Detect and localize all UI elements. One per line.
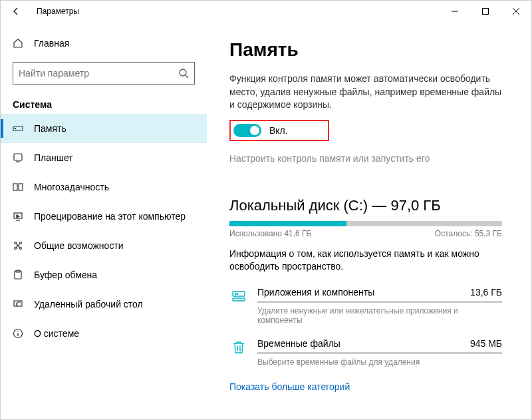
storage-sense-desc: Функция контроля памяти может автоматиче…	[229, 73, 509, 112]
projecting-icon	[11, 211, 25, 222]
search-input[interactable]	[19, 68, 178, 79]
svg-rect-24	[233, 298, 245, 301]
category-hint: Удалите ненужные или нежелательные прило…	[257, 306, 502, 325]
configure-storage-sense-link[interactable]: Настроить контроль памяти или запустить …	[229, 153, 515, 164]
sidebar-item-label: Память	[34, 123, 66, 134]
window-title: Параметры	[37, 7, 79, 16]
sidebar-item-label: Планшет	[34, 152, 73, 163]
sidebar-item-storage[interactable]: Память	[1, 114, 207, 143]
storage-icon	[11, 123, 25, 134]
sidebar-item-label: Проецирование на этот компьютер	[34, 211, 186, 222]
svg-rect-8	[14, 154, 22, 160]
svg-point-25	[235, 294, 236, 295]
category-size: 13,6 ГБ	[470, 287, 502, 298]
storage-sense-toggle-highlight: Вкл.	[229, 120, 329, 141]
sidebar-item-label: Буфер обмена	[34, 270, 97, 280]
search-box[interactable]	[13, 62, 195, 85]
storage-sense-toggle[interactable]	[233, 124, 261, 137]
sidebar-item-about[interactable]: О системе	[1, 319, 207, 348]
disk-usage-bar	[229, 221, 502, 226]
search-icon	[178, 68, 189, 79]
home-label: Главная	[34, 38, 69, 49]
sidebar-item-label: О системе	[34, 328, 79, 339]
svg-rect-1	[483, 9, 489, 15]
sidebar-item-label: Многозадачность	[34, 182, 109, 192]
section-title: Система	[13, 99, 195, 110]
category-apps[interactable]: Приложения и компоненты 13,6 ГБ Удалите …	[229, 287, 502, 325]
disk-usage-fill	[229, 221, 346, 226]
sidebar-item-label: Общие возможности	[34, 240, 124, 251]
svg-rect-10	[13, 184, 17, 190]
category-size: 945 МБ	[470, 338, 502, 349]
shared-icon	[11, 240, 25, 251]
svg-rect-19	[14, 301, 22, 306]
svg-point-26	[237, 294, 238, 295]
category-bar	[257, 352, 502, 354]
sidebar: Главная Система Память Планшет Многозада…	[1, 22, 207, 419]
clipboard-icon	[11, 270, 25, 280]
category-hint: Выберите временные файлы для удаления	[257, 357, 502, 367]
category-bar	[257, 301, 502, 303]
titlebar: Параметры	[1, 1, 531, 22]
maximize-button[interactable]	[470, 1, 501, 22]
apps-icon	[229, 287, 248, 306]
sidebar-item-projecting[interactable]: Проецирование на этот компьютер	[1, 202, 207, 231]
sidebar-item-remote-desktop[interactable]: Удаленный рабочий стол	[1, 290, 207, 319]
remote-desktop-icon	[11, 299, 25, 310]
trash-icon	[229, 338, 248, 357]
close-button[interactable]	[501, 1, 531, 22]
category-name: Временные файлы	[257, 338, 340, 349]
page-title: Память	[229, 39, 515, 61]
sidebar-item-clipboard[interactable]: Буфер обмена	[1, 260, 207, 290]
main-panel: Память Функция контроля памяти может авт…	[207, 22, 531, 419]
svg-line-5	[186, 75, 188, 78]
about-icon	[11, 328, 25, 339]
category-name: Приложения и компоненты	[257, 287, 374, 298]
back-button[interactable]	[10, 5, 22, 17]
home-nav[interactable]: Главная	[1, 34, 207, 53]
svg-rect-11	[19, 184, 23, 190]
minimize-button[interactable]	[440, 1, 470, 22]
disk-used-label: Использовано 41,6 ГБ	[229, 229, 311, 238]
svg-point-4	[180, 69, 186, 76]
sidebar-item-label: Удаленный рабочий стол	[34, 299, 143, 310]
multitasking-icon	[11, 182, 25, 192]
category-temp[interactable]: Временные файлы 945 МБ Выберите временны…	[229, 338, 502, 367]
disk-title: Локальный диск (C:) — 97,0 ГБ	[229, 197, 515, 214]
sidebar-item-shared[interactable]: Общие возможности	[1, 231, 207, 260]
sidebar-item-tablet[interactable]: Планшет	[1, 143, 207, 172]
tablet-icon	[11, 152, 25, 163]
show-more-link[interactable]: Показать больше категорий	[229, 381, 350, 392]
disk-desc: Информация о том, как используется памят…	[229, 248, 509, 274]
svg-point-7	[15, 128, 15, 128]
home-icon	[11, 38, 25, 49]
svg-point-22	[17, 331, 18, 331]
disk-remaining-label: Осталось: 55,3 ГБ	[435, 229, 502, 238]
sidebar-item-multitasking[interactable]: Многозадачность	[1, 172, 207, 202]
toggle-state-label: Вкл.	[269, 125, 288, 136]
